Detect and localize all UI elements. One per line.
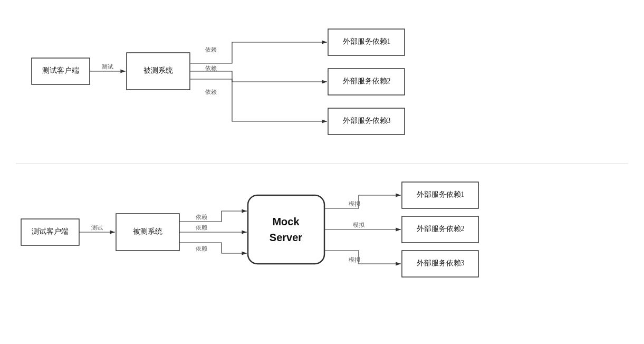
top-dep1-arrow-label: 依赖: [205, 46, 217, 53]
top-dep1-arrow: [190, 42, 327, 63]
top-dep2-arrow-label: 依赖: [205, 65, 217, 71]
top-system-label: 被测系统: [143, 66, 173, 74]
bottom-dep3-mock-label: 模拟: [349, 256, 361, 263]
top-test-label: 测试: [102, 63, 113, 70]
bottom-test-label: 测试: [91, 224, 103, 231]
bottom-dep1-mock-label: 模拟: [349, 200, 361, 207]
bottom-dep3-label: 外部服务依赖3: [417, 259, 465, 267]
bottom-dep3-arrow: [324, 251, 401, 264]
bottom-client-label: 测试客户端: [32, 227, 69, 235]
bottom-mock-arrow3: [179, 243, 247, 253]
mock-server-label-line2: Server: [270, 232, 302, 243]
bottom-system-label: 被测系统: [133, 227, 162, 235]
mock-server-box: [248, 195, 324, 264]
bottom-dep2-mock-label: 模拟: [353, 222, 365, 228]
bottom-dep2-label: 外部服务依赖2: [417, 225, 465, 233]
diagram-container: 测试客户端 测试 被测系统 依赖 依赖 依赖 外部服务依赖1 外部服务依赖2 外…: [0, 0, 644, 344]
bottom-mock-arrow1: [179, 211, 247, 222]
bottom-mock-label2: 依赖: [196, 224, 207, 231]
top-dep3-arrow-label: 依赖: [205, 89, 217, 95]
bottom-dep1-arrow: [324, 195, 401, 208]
top-client-label: 测试客户端: [42, 66, 79, 74]
top-dep3-label: 外部服务依赖3: [343, 117, 391, 125]
mock-server-label-line1: Mock: [272, 216, 300, 227]
diagram-svg: 测试客户端 测试 被测系统 依赖 依赖 依赖 外部服务依赖1 外部服务依赖2 外…: [0, 0, 644, 344]
bottom-mock-label1: 依赖: [196, 214, 207, 220]
bottom-mock-label3: 依赖: [196, 245, 207, 252]
top-dep2-arrow: [190, 71, 327, 82]
top-dep1-label: 外部服务依赖1: [343, 37, 391, 45]
top-dep3-arrow: [190, 79, 327, 121]
bottom-dep1-label: 外部服务依赖1: [417, 190, 465, 198]
top-dep2-label: 外部服务依赖2: [343, 77, 391, 85]
